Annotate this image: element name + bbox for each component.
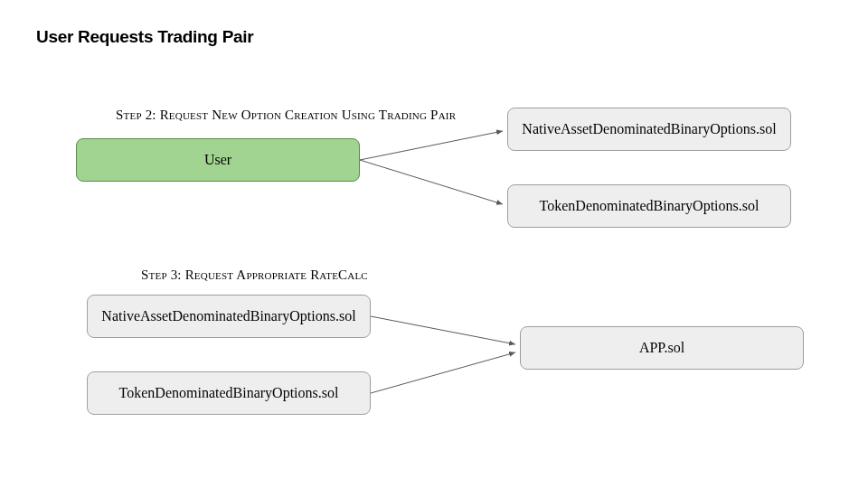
node-user: User bbox=[76, 138, 360, 182]
arrows-layer bbox=[0, 0, 868, 488]
page-title: User Requests Trading Pair bbox=[36, 27, 253, 47]
node-app: APP.sol bbox=[520, 326, 804, 370]
node-token-step2: TokenDenominatedBinaryOptions.sol bbox=[507, 184, 791, 228]
node-app-label: APP.sol bbox=[639, 340, 684, 356]
arrow-user-to-token bbox=[360, 160, 503, 204]
arrow-token-to-app bbox=[371, 352, 515, 393]
node-native-step3: NativeAssetDenominatedBinaryOptions.sol bbox=[87, 295, 371, 338]
node-user-label: User bbox=[204, 152, 231, 168]
node-native-step2-label: NativeAssetDenominatedBinaryOptions.sol bbox=[522, 121, 776, 137]
node-token-step3: TokenDenominatedBinaryOptions.sol bbox=[87, 371, 371, 415]
arrow-user-to-native bbox=[360, 131, 503, 160]
step3-label: Step 3: Request Appropriate RateCalc bbox=[141, 267, 368, 283]
step2-label: Step 2: Request New Option Creation Usin… bbox=[116, 108, 456, 123]
node-native-step3-label: NativeAssetDenominatedBinaryOptions.sol bbox=[101, 308, 355, 324]
node-native-step2: NativeAssetDenominatedBinaryOptions.sol bbox=[507, 108, 791, 151]
node-token-step2-label: TokenDenominatedBinaryOptions.sol bbox=[540, 198, 760, 214]
arrow-native-to-app bbox=[371, 316, 515, 344]
node-token-step3-label: TokenDenominatedBinaryOptions.sol bbox=[119, 385, 339, 401]
